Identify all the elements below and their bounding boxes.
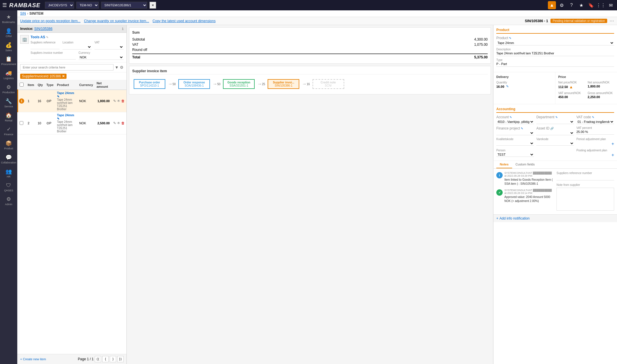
sidebar-item-hr[interactable]: 👥 HR bbox=[0, 166, 17, 180]
person-select[interactable]: TEST bbox=[496, 153, 534, 157]
wf-num-2: 50 bbox=[217, 83, 220, 86]
sidebar-item-bookmarks[interactable]: ★ Bookmarks bbox=[0, 12, 17, 26]
sidebar-item-qhses[interactable]: 🛡 QHSES bbox=[0, 180, 17, 194]
page-prev-btn[interactable]: ⟨ bbox=[102, 356, 109, 362]
page-last-btn[interactable]: ⟩⟩ bbox=[117, 356, 124, 362]
department-edit-icon[interactable]: ✎ bbox=[555, 116, 558, 119]
sidebar-item-sales[interactable]: 💰 Sales bbox=[0, 40, 17, 54]
table-row[interactable]: 2 10 ⊙P Tape 24mm ✎ Tape 24mm sort/hvit … bbox=[18, 112, 127, 134]
filter-tag-close-btn[interactable]: ✕ bbox=[62, 74, 65, 78]
module-dropdown[interactable]: SINITEM/105386/1 bbox=[101, 2, 147, 9]
sidebar-collaboration-label: Collaboration bbox=[1, 161, 16, 164]
page-next-btn[interactable]: ⟩ bbox=[110, 356, 116, 362]
settings-search-btn[interactable]: ⚙ bbox=[120, 65, 124, 70]
row2-product-name[interactable]: Tape 24mm ✎ bbox=[57, 113, 76, 120]
help-icon[interactable]: ? bbox=[567, 1, 576, 9]
invoice-link[interactable]: SIN/105386 bbox=[34, 27, 52, 31]
sidebar-item-product[interactable]: 📦 Product bbox=[0, 138, 17, 152]
action-change-qty[interactable]: Change quantity on supplier invoice item… bbox=[84, 19, 149, 23]
sidebar-item-logistics[interactable]: 🚚 Logistics bbox=[0, 68, 17, 82]
invoice-number-value[interactable] bbox=[31, 55, 76, 60]
bookmark-icon[interactable]: 🔖 bbox=[587, 1, 595, 9]
sidebar-item-admin[interactable]: ⚙ Admin bbox=[0, 194, 17, 208]
vat-select[interactable] bbox=[94, 45, 124, 49]
sidebar-item-procurement[interactable]: 📋 Procurement bbox=[0, 54, 17, 68]
action-update-price[interactable]: Update price on goods reception item... bbox=[20, 19, 80, 23]
note-supplier-textarea[interactable] bbox=[557, 188, 614, 211]
workflow-box-ssa[interactable]: Goods reception SSA/331551-1 bbox=[223, 79, 255, 89]
vat-code-edit-icon[interactable]: ✎ bbox=[592, 116, 594, 119]
row1-delete-btn[interactable]: 🗑 bbox=[121, 99, 125, 103]
company-dropdown[interactable]: JHCDEVSYS bbox=[45, 2, 74, 9]
sidebar-item-finance[interactable]: ✓ Finance bbox=[0, 124, 17, 138]
service-icon: 🔧 bbox=[5, 98, 12, 104]
sidebar-item-rental[interactable]: 🏠 Rental bbox=[0, 110, 17, 124]
row2-checkbox[interactable] bbox=[20, 121, 23, 125]
product-edit-icon[interactable]: ✎ bbox=[509, 37, 511, 40]
period-adj-add-btn[interactable]: + bbox=[612, 141, 614, 146]
workflow-box-scn[interactable]: Credit note SCN/ bbox=[313, 79, 344, 89]
select-all-checkbox[interactable] bbox=[20, 83, 24, 87]
page-first-btn[interactable]: ⟨⟨ bbox=[95, 356, 101, 362]
sidebar-item-production[interactable]: ⚙ Production bbox=[0, 82, 17, 96]
search-input[interactable] bbox=[20, 64, 113, 70]
hamburger-icon[interactable]: ☰ bbox=[2, 2, 7, 8]
suppliers-reference-value[interactable] bbox=[31, 45, 60, 49]
tab-notes[interactable]: Notes bbox=[496, 161, 512, 168]
sidebar-crm-label: CRM bbox=[6, 35, 12, 38]
row2-delete-btn[interactable]: 🗑 bbox=[121, 121, 125, 125]
breadcrumb-parent[interactable]: SIN bbox=[20, 12, 26, 16]
quantity-field: Quantity 16.00 ✎ bbox=[496, 81, 552, 88]
row1-product-name[interactable]: Tape 24mm ✎ bbox=[57, 91, 76, 98]
create-item-btn[interactable]: + Create new item bbox=[20, 357, 46, 361]
vat-percent-field: VAT percent 25.00 % bbox=[576, 126, 614, 135]
varekode-select[interactable] bbox=[536, 141, 574, 146]
quantity-edit-icon[interactable]: ✎ bbox=[506, 85, 509, 88]
workflow-box-po[interactable]: Purchase order SPO/114210-1 bbox=[134, 79, 165, 89]
star-icon[interactable]: ★ bbox=[577, 1, 585, 9]
workflow-box-soa[interactable]: Order response SOA/108436-1 bbox=[178, 79, 210, 89]
alert-icon[interactable]: ▲ bbox=[548, 1, 556, 9]
asset-select[interactable] bbox=[536, 131, 574, 135]
row2-edit-btn[interactable]: ✎ bbox=[113, 121, 116, 125]
more-options-btn[interactable]: ⋯ bbox=[610, 18, 614, 24]
account-edit-icon[interactable]: ✎ bbox=[510, 116, 512, 119]
asset-edit-icon[interactable]: 🔗 bbox=[550, 127, 554, 130]
chat-icon[interactable]: ✉ bbox=[607, 1, 615, 9]
sidebar-item-service[interactable]: 🔧 Service bbox=[0, 96, 17, 110]
sidebar-item-collaboration[interactable]: 💬 Collaboration bbox=[0, 152, 17, 166]
language-dropdown[interactable]: TEM-NO bbox=[76, 2, 99, 9]
topbar-actions: ▲ ⚙ ? ★ 🔖 ⋮⋮ ✉ bbox=[548, 1, 615, 9]
table-row[interactable]: 1 1 16 ⊙P Tape 24mm ✎ Tape 24mm sort/hvi… bbox=[18, 90, 127, 112]
tab-custom-fields[interactable]: Custom fields bbox=[512, 161, 538, 168]
finance-project-edit-icon[interactable]: ✎ bbox=[521, 127, 523, 130]
panels: Invoice: SIN/105386 1 🏢 Tools AS ✎ bbox=[17, 25, 617, 364]
sidebar-item-crm[interactable]: 👤 CRM bbox=[0, 26, 17, 40]
posting-adj-add-btn[interactable]: + bbox=[612, 153, 614, 158]
account-select[interactable]: 4010 - Vaerkjop. pliktig bbox=[496, 120, 534, 124]
supplier-edit-icon[interactable]: ✎ bbox=[46, 36, 48, 39]
product-select[interactable]: Tape 24mm bbox=[496, 41, 614, 45]
finance-project-select[interactable] bbox=[496, 131, 534, 135]
row1-edit-btn[interactable]: ✎ bbox=[113, 99, 116, 103]
description-field: Description Tape 24mm sort/hvit lam TZE2… bbox=[496, 48, 614, 56]
close-nav-btn[interactable]: ✕ bbox=[149, 2, 156, 9]
workflow-box-sin[interactable]: Supplier invoi... SIN/105386-1 bbox=[268, 79, 299, 89]
wf-num-4: 16 bbox=[306, 83, 310, 86]
settings-icon[interactable]: ⚙ bbox=[558, 1, 566, 9]
row1-view-btn[interactable]: 👁 bbox=[117, 99, 120, 103]
action-copy-dims[interactable]: Copy the latest used account dimensions bbox=[153, 19, 216, 23]
kvalitetskode-select[interactable] bbox=[496, 141, 534, 146]
currency-select[interactable]: NOK bbox=[79, 55, 124, 60]
filter-icon-btn[interactable]: ▼ bbox=[115, 65, 119, 70]
add-notification-btn[interactable]: + Add info notification bbox=[493, 214, 617, 222]
supplier-name[interactable]: Tools AS bbox=[31, 35, 45, 39]
grid-icon[interactable]: ⋮⋮ bbox=[597, 1, 605, 9]
row2-view-btn[interactable]: 👁 bbox=[117, 121, 120, 125]
location-select[interactable] bbox=[63, 45, 92, 49]
department-select[interactable] bbox=[536, 120, 574, 124]
vat-code-select[interactable]: 01 - Fradrag inngående avgift. bbox=[576, 120, 614, 124]
suppliers-ref-value[interactable] bbox=[557, 176, 614, 180]
quantity-value: 16.00 bbox=[496, 85, 504, 88]
production-icon: ⚙ bbox=[6, 84, 11, 90]
